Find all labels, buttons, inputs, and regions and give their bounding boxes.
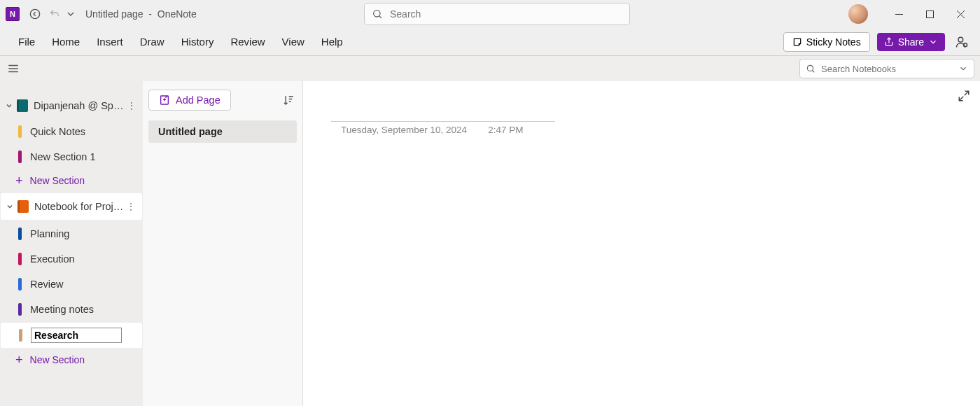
nav-toggle-button[interactable] bbox=[6, 61, 21, 76]
section-color-tab bbox=[18, 227, 22, 240]
qat-dropdown[interactable] bbox=[64, 4, 77, 24]
presence-button[interactable] bbox=[953, 34, 970, 50]
user-avatar[interactable] bbox=[848, 4, 868, 24]
menu-home[interactable]: Home bbox=[43, 31, 88, 52]
section-row[interactable]: Review bbox=[0, 272, 143, 297]
share-icon bbox=[884, 37, 894, 47]
chevron-down-icon[interactable] bbox=[5, 202, 15, 211]
svg-point-0 bbox=[30, 9, 39, 18]
notebook-menu-button[interactable]: ⋮ bbox=[124, 201, 138, 212]
section-color-tab bbox=[18, 150, 22, 163]
svg-rect-3 bbox=[926, 10, 933, 18]
section-color-tab bbox=[18, 253, 22, 265]
section-row[interactable]: Execution bbox=[0, 246, 143, 272]
section-label: Review bbox=[30, 279, 64, 290]
search-notebooks-input[interactable] bbox=[821, 64, 955, 74]
page-list-panel: Add Page Untitled page bbox=[143, 81, 303, 406]
notebook-row[interactable]: Notebook for Project A ⋮ bbox=[1, 193, 142, 220]
section-row[interactable]: Planning bbox=[0, 221, 143, 246]
section-color-tab bbox=[18, 278, 22, 290]
note-title-input[interactable] bbox=[331, 102, 555, 122]
section-row[interactable]: Quick Notes bbox=[0, 119, 143, 144]
menu-insert[interactable]: Insert bbox=[88, 31, 132, 52]
undo-button[interactable] bbox=[45, 4, 64, 24]
svg-point-11 bbox=[807, 65, 813, 71]
notebook-icon bbox=[18, 200, 29, 213]
sticky-notes-button[interactable]: Sticky Notes bbox=[783, 32, 870, 52]
chevron-down-icon[interactable] bbox=[4, 101, 14, 111]
add-page-button[interactable]: Add Page bbox=[148, 90, 231, 111]
global-search[interactable] bbox=[364, 3, 630, 25]
note-time: 2:47 PM bbox=[488, 125, 523, 135]
menu-file[interactable]: File bbox=[10, 31, 43, 52]
menu-history[interactable]: History bbox=[173, 31, 223, 52]
app-icon: N bbox=[6, 7, 20, 21]
section-rename-input[interactable] bbox=[31, 328, 122, 343]
section-label: Execution bbox=[30, 253, 75, 265]
note-metadata: Tuesday, September 10, 2024 2:47 PM bbox=[331, 125, 952, 135]
svg-point-6 bbox=[958, 37, 963, 42]
search-icon bbox=[806, 64, 816, 74]
sort-pages-button[interactable] bbox=[280, 92, 297, 108]
section-row[interactable]: New Section 1 bbox=[0, 144, 143, 169]
svg-point-1 bbox=[374, 10, 380, 17]
note-canvas[interactable]: Tuesday, September 10, 2024 2:47 PM bbox=[303, 81, 980, 406]
section-color-tab bbox=[18, 125, 22, 138]
section-row[interactable]: Meeting notes bbox=[0, 297, 143, 322]
chevron-down-icon bbox=[928, 37, 938, 47]
expand-canvas-button[interactable] bbox=[956, 88, 972, 104]
maximize-button[interactable] bbox=[916, 3, 944, 25]
section-label: Meeting notes bbox=[30, 304, 94, 315]
sticky-note-icon bbox=[792, 37, 802, 47]
plus-icon: + bbox=[15, 174, 23, 188]
section-label: Planning bbox=[30, 228, 69, 239]
title-bar: N Untitled page - OneNote bbox=[0, 0, 980, 28]
menu-draw[interactable]: Draw bbox=[132, 31, 173, 52]
global-search-input[interactable] bbox=[390, 8, 622, 20]
plus-icon: + bbox=[15, 353, 23, 368]
search-icon bbox=[372, 8, 383, 20]
window-title: Untitled page - OneNote bbox=[85, 8, 197, 20]
app-name-text: OneNote bbox=[158, 8, 197, 20]
notebook-menu-button[interactable]: ⋮ bbox=[125, 100, 139, 111]
notebook-sidebar: Dipanjenah @ Spiral... ⋮ Quick Notes New… bbox=[0, 81, 143, 406]
section-label: Quick Notes bbox=[30, 126, 85, 137]
section-color-tab bbox=[18, 303, 22, 316]
section-color-tab bbox=[19, 329, 22, 342]
page-title-text: Untitled page bbox=[85, 8, 144, 20]
svg-point-7 bbox=[964, 43, 967, 46]
add-page-icon bbox=[159, 94, 170, 106]
page-list-item[interactable]: Untitled page bbox=[148, 120, 297, 143]
chevron-down-icon[interactable] bbox=[958, 64, 968, 74]
menu-help[interactable]: Help bbox=[313, 31, 351, 52]
notebook-label: Dipanjenah @ Spiral... bbox=[34, 100, 125, 111]
menu-bar: File Home Insert Draw History Review Vie… bbox=[0, 28, 980, 56]
close-button[interactable] bbox=[946, 3, 974, 25]
main-area: Dipanjenah @ Spiral... ⋮ Quick Notes New… bbox=[0, 81, 980, 406]
search-notebooks[interactable] bbox=[799, 59, 974, 78]
menu-review[interactable]: Review bbox=[222, 31, 273, 52]
secondary-bar bbox=[0, 56, 980, 81]
minimize-button[interactable] bbox=[885, 3, 913, 25]
notebook-row[interactable]: Dipanjenah @ Spiral... ⋮ bbox=[0, 92, 143, 119]
notebook-icon bbox=[17, 99, 28, 112]
share-button[interactable]: Share bbox=[877, 33, 945, 51]
section-label: New Section 1 bbox=[30, 151, 96, 162]
new-section-button[interactable]: + New Section bbox=[0, 349, 143, 371]
new-section-button[interactable]: + New Section bbox=[0, 169, 143, 192]
section-row-editing[interactable] bbox=[1, 323, 142, 348]
notebook-label: Notebook for Project A bbox=[34, 201, 124, 212]
back-button[interactable] bbox=[25, 4, 45, 24]
menu-view[interactable]: View bbox=[274, 31, 313, 52]
note-date: Tuesday, September 10, 2024 bbox=[341, 125, 467, 135]
